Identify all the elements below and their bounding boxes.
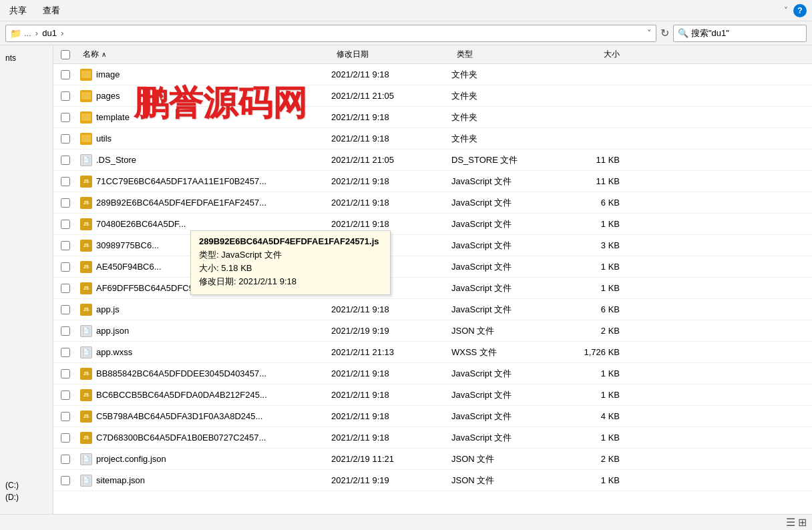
col-header-name[interactable]: 名称 ∧ <box>77 45 331 63</box>
row-type: 文件夹 <box>451 69 558 81</box>
row-select-checkbox[interactable] <box>61 177 70 186</box>
row-checkbox[interactable] <box>53 369 77 378</box>
table-row[interactable]: JS AF69DFF5BC64A5DFC90FB7F2A9B2457... 20… <box>53 278 812 299</box>
row-checkbox[interactable] <box>53 390 77 400</box>
row-select-checkbox[interactable] <box>61 220 70 229</box>
row-select-checkbox[interactable] <box>61 70 70 79</box>
row-checkbox[interactable] <box>53 220 77 229</box>
checkbox-all[interactable] <box>53 50 77 59</box>
row-size: 3 KB <box>558 240 625 250</box>
table-row[interactable]: 📄 app.json 2021/2/19 9:19 JSON 文件 2 KB <box>53 320 812 342</box>
table-row[interactable]: utils 2021/2/11 9:18 文件夹 <box>53 128 812 150</box>
table-row[interactable]: JS C7D68300BC64A5DFA1B0EB0727C2457... 20… <box>53 427 812 449</box>
row-checkbox[interactable] <box>53 305 77 314</box>
filename-label: app.js <box>96 304 120 314</box>
address-path[interactable]: 📁 ... › du1 › ˅ <box>5 25 656 42</box>
row-select-checkbox[interactable] <box>61 476 70 485</box>
table-row[interactable]: JS 71CC79E6BC64A5DF17AA11E1F0B2457... 20… <box>53 171 812 192</box>
table-row[interactable]: JS BB885842BC64A5DFDDEE3045D403457... 20… <box>53 363 812 384</box>
row-select-checkbox[interactable] <box>61 326 70 336</box>
filename-label: BC6BCCB5BC64A5DFDA0DA4B212F245... <box>96 390 267 400</box>
list-view-icon[interactable]: ☰ <box>786 516 795 529</box>
row-checkbox[interactable] <box>53 348 77 357</box>
row-select-checkbox[interactable] <box>61 390 70 400</box>
table-row[interactable]: 📄 app.wxss 2021/2/11 21:13 WXSS 文件 1,726… <box>53 342 812 363</box>
row-select-checkbox[interactable] <box>61 198 70 208</box>
row-type: JavaScript 文件 <box>451 197 558 209</box>
row-type: JavaScript 文件 <box>451 389 558 401</box>
row-select-checkbox[interactable] <box>61 369 70 378</box>
row-checkbox[interactable] <box>53 198 77 208</box>
row-select-checkbox[interactable] <box>61 348 70 357</box>
file-icon: 📄 <box>80 453 92 465</box>
row-checkbox[interactable] <box>53 433 77 443</box>
row-checkbox[interactable] <box>53 70 77 79</box>
addr-dropdown-icon[interactable]: ˅ <box>647 28 652 38</box>
view-button[interactable]: 查看 <box>39 3 64 18</box>
table-row[interactable]: JS C5B798A4BC64A5DFA3D1F0A3A8D245... 202… <box>53 406 812 427</box>
row-checkbox[interactable] <box>53 91 77 101</box>
addr-sep1: › <box>35 28 38 38</box>
table-row[interactable]: JS 70480E26BC64A5DF... 2021/2/11 9:18 Ja… <box>53 214 812 235</box>
row-date: 2021/2/11 9:19 <box>331 475 451 485</box>
search-box[interactable]: 🔍 搜索"du1" <box>673 25 807 42</box>
grid-view-icon[interactable]: ⊞ <box>798 516 807 529</box>
row-date: 2021/2/11 9:18 <box>331 134 451 144</box>
table-row[interactable]: 📄 .DS_Store 2021/2/11 21:05 DS_STORE 文件 … <box>53 150 812 171</box>
row-checkbox[interactable] <box>53 326 77 336</box>
row-select-checkbox[interactable] <box>61 262 70 272</box>
share-button[interactable]: 共享 <box>5 3 31 18</box>
table-row[interactable]: 📄 sitemap.json 2021/2/11 9:19 JSON 文件 1 … <box>53 470 812 491</box>
refresh-icon[interactable]: ↻ <box>660 27 669 39</box>
table-row[interactable]: JS 30989775BC6... 2021/2/11 9:18 JavaScr… <box>53 235 812 256</box>
search-text: 搜索"du1" <box>691 27 729 39</box>
table-row[interactable]: template 2021/2/11 9:18 文件夹 <box>53 107 812 128</box>
drive-d[interactable]: (D:) <box>5 491 47 503</box>
col-header-size[interactable]: 大小 <box>558 45 625 63</box>
row-checkbox[interactable] <box>53 177 77 186</box>
row-type: JavaScript 文件 <box>451 282 558 294</box>
tooltip-date-label: 修改日期: <box>199 276 236 286</box>
table-row[interactable]: JS 289B92E6BC64A5DF4EFDFAE1FAF2457... 20… <box>53 192 812 214</box>
row-checkbox[interactable] <box>53 284 77 293</box>
js-file-icon: JS <box>80 432 92 444</box>
row-checkbox[interactable] <box>53 412 77 421</box>
row-checkbox[interactable] <box>53 113 77 122</box>
drive-c[interactable]: (C:) <box>5 479 47 491</box>
table-row[interactable]: 📄 project.config.json 2021/2/19 11:21 JS… <box>53 449 812 470</box>
row-select-checkbox[interactable] <box>61 156 70 165</box>
col-header-type[interactable]: 类型 <box>451 45 558 63</box>
filename-label: C5B798A4BC64A5DFA3D1F0A3A8D245... <box>96 411 262 421</box>
row-select-checkbox[interactable] <box>61 241 70 250</box>
row-date: 2021/2/19 11:21 <box>331 454 451 464</box>
row-select-checkbox[interactable] <box>61 91 70 101</box>
table-row[interactable]: image 2021/2/11 9:18 文件夹 <box>53 64 812 85</box>
row-type: DS_STORE 文件 <box>451 154 558 166</box>
row-select-checkbox[interactable] <box>61 433 70 443</box>
row-select-checkbox[interactable] <box>61 455 70 464</box>
row-checkbox[interactable] <box>53 156 77 165</box>
row-checkbox[interactable] <box>53 455 77 464</box>
row-select-checkbox[interactable] <box>61 305 70 314</box>
row-checkbox[interactable] <box>53 241 77 250</box>
row-select-checkbox[interactable] <box>61 412 70 421</box>
sidebar-item-nts[interactable]: nts <box>0 51 53 65</box>
table-row[interactable]: pages 2021/2/11 21:05 文件夹 <box>53 85 812 107</box>
row-checkbox[interactable] <box>53 134 77 144</box>
row-date: 2021/2/11 9:18 <box>331 112 451 122</box>
filename-label: C7D68300BC64A5DFA1B0EB0727C2457... <box>96 433 266 443</box>
table-row[interactable]: JS AE450F94BC6... 2021/2/11 9:18 JavaScr… <box>53 256 812 278</box>
col-header-date[interactable]: 修改日期 <box>331 45 451 63</box>
row-checkbox[interactable] <box>53 476 77 485</box>
row-select-checkbox[interactable] <box>61 113 70 122</box>
table-row[interactable]: JS app.js 2021/2/11 9:18 JavaScript 文件 6… <box>53 299 812 320</box>
help-icon[interactable]: ? <box>793 4 807 17</box>
row-select-checkbox[interactable] <box>61 284 70 293</box>
row-checkbox[interactable] <box>53 262 77 272</box>
filename-label: .DS_Store <box>96 155 136 165</box>
select-all-checkbox[interactable] <box>61 50 70 59</box>
row-type: JavaScript 文件 <box>451 176 558 188</box>
filename-label: AE450F94BC6... <box>96 262 162 272</box>
table-row[interactable]: JS BC6BCCB5BC64A5DFDA0DA4B212F245... 202… <box>53 384 812 406</box>
row-select-checkbox[interactable] <box>61 134 70 144</box>
